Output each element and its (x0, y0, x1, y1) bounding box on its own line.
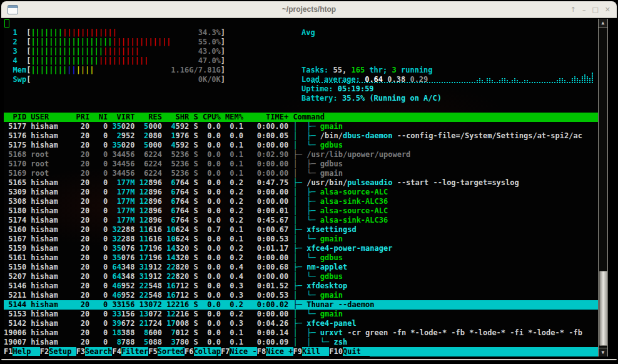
fkey-f9[interactable]: F9Kill (293, 347, 330, 356)
process-table-header[interactable]: PID USER PRI NI VIRT RES SHR S CPU% MEM%… (4, 113, 598, 122)
process-row-19006[interactable]: 19006 hisham 20 0 18388 8600 7012 S 0.0 … (4, 328, 582, 338)
process-row-5169[interactable]: 5169 root 20 0 34456 6224 5236 S 0.0 0.1… (4, 169, 343, 178)
pid-cell: 5150 (4, 263, 31, 271)
pid-cell: 5146 (4, 281, 31, 290)
shade-icon[interactable]: ↑ (570, 6, 576, 14)
fkey-f10[interactable]: F10Quit (329, 347, 370, 356)
state-cell: S (194, 272, 203, 281)
state-cell: S (194, 235, 203, 243)
process-row-5167[interactable]: 5167 hisham 20 0 32288 11616 10624 S 0.0… (4, 235, 343, 244)
cpu-mem-time-cells: 0.0 0.2 0:00.00 (203, 197, 293, 206)
fkey-f8[interactable]: F8Nice + (257, 347, 293, 356)
window-controls: ↑ – □ ✕ (570, 1, 610, 18)
fkey-f7[interactable]: F7Nice - (221, 347, 257, 356)
state-cell: S (194, 206, 203, 215)
scrollbar[interactable]: ▲ ▼ (598, 19, 608, 356)
command-name: gmain (320, 122, 343, 131)
process-row-5180[interactable]: 5180 hisham 20 0 177M 12896 6764 S 0.0 0… (4, 206, 388, 216)
maximize-icon[interactable]: □ (592, 6, 598, 14)
minimize-icon[interactable]: – (582, 6, 586, 14)
command-name: gmain (320, 169, 343, 178)
user-pri-ni-cells: hisham 20 0 (31, 263, 112, 271)
process-row-5175[interactable]: 5175 hisham 20 0 35020 5000 4592 S 0.0 0… (4, 141, 343, 150)
process-row-5142[interactable]: 5142 hisham 20 0 39672 21724 17008 S 0.0… (4, 319, 357, 328)
fkey-number: F7 (221, 347, 230, 356)
process-row-5161[interactable]: 5161 hisham 20 0 35076 17196 14320 S 0.0… (4, 253, 343, 263)
command-args: --start --log-target=syslog (392, 178, 519, 187)
process-row-5146[interactable]: 5146 hisham 20 0 46952 22548 16712 S 0.0… (4, 281, 347, 291)
fkey-f4[interactable]: F4Filter (112, 347, 148, 356)
scrollbar-thumb[interactable] (599, 271, 608, 346)
command-name: gmain (320, 310, 343, 318)
cpu-mem-time-cells: 0.0 0.2 0:00.01 (203, 206, 293, 215)
pid-cell: 5144 (4, 300, 31, 309)
fkey-f1[interactable]: F1Help (4, 347, 40, 356)
titlebar[interactable]: ~/projects/htop ↑ – □ ✕ (1, 1, 617, 18)
fkey-f5[interactable]: F5Sorted (148, 347, 185, 356)
process-row-5168[interactable]: 5168 root 20 0 34456 6224 5236 S 0.0 0.1… (4, 150, 410, 159)
cpu-mem-time-cells: 0.0 0.1 0:00.00 (203, 141, 293, 149)
tree-branch: │ ├─ (293, 197, 320, 206)
cpu-mem-time-cells: 0.0 0.2 0:00.02 (203, 300, 293, 309)
scroll-down-icon[interactable]: ▼ (599, 348, 607, 356)
fkey-f3[interactable]: F3Search (76, 347, 113, 356)
tree-branch: │ └─ (293, 216, 320, 225)
fkey-f6[interactable]: F6Collap (185, 347, 221, 356)
process-row-5159[interactable]: 5159 hisham 20 0 35076 17196 14320 S 0.0… (4, 244, 392, 253)
user-pri-ni-cells: hisham 20 0 (31, 310, 112, 318)
user-pri-ni-cells: root 20 0 (31, 169, 112, 178)
meter-bar-red: ||||||||||| (99, 56, 148, 65)
process-row-5153[interactable]: 5153 hisham 20 0 33156 13072 12216 S 0.0… (4, 310, 343, 319)
command-name: xfsettingsd (306, 225, 356, 234)
meter-value: 0K/0K (198, 75, 221, 84)
fkey-number: F3 (76, 347, 85, 356)
process-row-5160[interactable]: 5160 hisham 20 0 32288 11616 10624 S 0.7… (4, 225, 357, 235)
state-cell: S (194, 197, 203, 206)
fkey-label: Collap (194, 347, 221, 356)
cpu-mem-time-cells: 0.7 0.1 0:00.67 (203, 225, 293, 234)
user-pri-ni-cells: hisham 20 0 (31, 300, 112, 309)
user-pri-ni-cells: hisham 20 0 (31, 253, 112, 262)
fkey-label: Help (13, 347, 39, 356)
command-args: -cr green -fn *-lode-* -fb *-lode-* -fi … (343, 328, 582, 337)
tree-branch: ├─ (293, 178, 306, 187)
process-row-5308[interactable]: 5308 hisham 20 0 177M 12896 6764 S 0.0 0… (4, 197, 388, 206)
process-row-5170[interactable]: 5170 root 20 0 34456 6224 5236 S 0.0 0.1… (4, 159, 343, 169)
process-row-19007[interactable]: 19007 hisham 20 0 8788 5088 3780 S 0.0 0… (4, 338, 347, 347)
process-row-5211[interactable]: 5211 hisham 20 0 46952 22548 16712 S 0.0… (4, 291, 343, 300)
tree-branch: ├─ (293, 225, 306, 234)
process-row-5309[interactable]: 5309 hisham 20 0 177M 12896 6764 S 0.0 0… (4, 188, 388, 197)
tree-branch: │ └─ (293, 141, 320, 149)
process-row-5177[interactable]: 5177 hisham 20 0 35020 5000 4592 S 0.0 0… (4, 122, 343, 131)
command-name: gdbus (320, 253, 343, 262)
state-cell: S (194, 178, 203, 187)
pid-cell: 5168 (4, 150, 31, 159)
meter-bar-green: |||||||| (31, 66, 67, 74)
tree-branch: ├─ (293, 150, 306, 159)
meter-label: 3 (13, 47, 26, 56)
scroll-up-icon[interactable]: ▲ (599, 19, 607, 28)
process-row-5174[interactable]: 5174 hisham 20 0 177M 12896 6764 S 0.0 0… (4, 216, 388, 225)
meter-bar-yellow: |||| (76, 66, 94, 74)
terminal-window: ~/projects/htop ↑ – □ ✕ 1 [|||||||||||||… (1, 1, 617, 360)
process-row-5207[interactable]: 5207 hisham 20 0 64348 31912 22820 S 0.0… (4, 272, 343, 281)
tree-branch: │ ├─ (293, 159, 320, 168)
command-name: gdbus (320, 272, 343, 281)
process-row-5144[interactable]: 5144 hisham 20 0 33156 13072 12216 S 0.0… (4, 300, 598, 310)
cpu-mem-time-cells: 0.0 0.2 0:00.00 (203, 188, 293, 196)
state-cell: S (194, 225, 203, 234)
tree-branch: ├─ (293, 300, 306, 309)
cpu-mem-time-cells: 0.0 0.2 0:00.00 (203, 253, 293, 262)
process-row-5176[interactable]: 5176 hisham 20 0 2952 2080 1976 S 0.0 0.… (4, 131, 582, 141)
fkey-f2[interactable]: F2Setup (40, 347, 76, 356)
terminal-cursor (4, 19, 9, 28)
state-cell: S (194, 338, 203, 346)
command-path: /bin/ (320, 131, 343, 140)
command-args: --config-file=/System/Settings/at-spi2/a… (392, 131, 582, 140)
command-name: xfce4-panel (306, 319, 356, 328)
close-icon[interactable]: ✕ (605, 6, 610, 14)
process-row-5165[interactable]: 5165 hisham 20 0 177M 12896 6764 S 0.0 0… (4, 178, 519, 188)
process-row-5150[interactable]: 5150 hisham 20 0 64348 31912 22820 S 0.0… (4, 263, 347, 272)
tasks-summary: Tasks: 55, 165 thr; 3 running (301, 66, 433, 75)
cpu-mem-time-cells: 0.0 0.2 0:47.75 (203, 178, 293, 187)
